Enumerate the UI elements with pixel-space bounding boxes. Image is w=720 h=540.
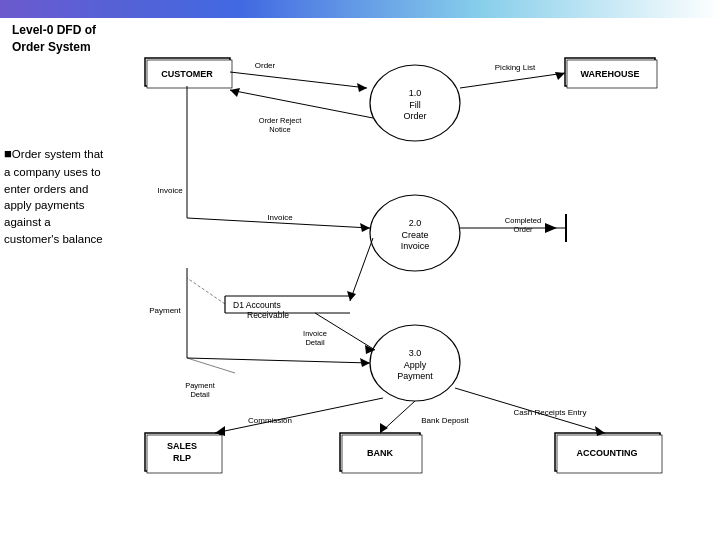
svg-line-42 xyxy=(187,278,225,304)
svg-line-18 xyxy=(460,73,565,88)
p2-id: 2.0 xyxy=(409,218,422,228)
p1-id: 1.0 xyxy=(409,88,422,98)
svg-marker-39 xyxy=(380,423,388,433)
flow-order: Order xyxy=(255,61,276,70)
p1-label1: Fill xyxy=(409,100,421,110)
flow-cash-receipts: Cash Receipts Entry xyxy=(514,408,587,417)
svg-marker-24 xyxy=(360,223,370,232)
title-line2: Order System xyxy=(12,40,91,54)
bullet: ■ xyxy=(4,146,12,161)
customer-label: CUSTOMER xyxy=(161,69,213,79)
p3-id: 3.0 xyxy=(409,348,422,358)
sales-rlp-label: SALES xyxy=(167,441,197,451)
svg-marker-31 xyxy=(360,358,370,367)
flow-reject: Order Reject xyxy=(259,116,302,125)
p2-label2: Invoice xyxy=(401,241,430,251)
flow-invoice-mid: Invoice xyxy=(267,213,293,222)
flow-completed: Completed xyxy=(505,216,541,225)
svg-line-25 xyxy=(350,238,373,301)
flow-invoice-detail2: Detail xyxy=(305,338,325,347)
svg-marker-17 xyxy=(357,83,367,92)
svg-rect-34 xyxy=(565,214,567,242)
flow-payment-detail: Payment xyxy=(185,381,216,390)
description-text: Order system that a company uses to ente… xyxy=(4,148,103,245)
svg-line-30 xyxy=(187,358,370,363)
flow-commission: Commission xyxy=(248,416,292,425)
dfd-diagram: CUSTOMER WAREHOUSE SALES RLP BANK ACCOUN… xyxy=(115,18,710,528)
p3-label2: Payment xyxy=(397,371,433,381)
flow-picking: Picking List xyxy=(495,63,536,72)
d1-label: D1 Accounts xyxy=(233,300,281,310)
bank-label: BANK xyxy=(367,448,393,458)
warehouse-label: WAREHOUSE xyxy=(580,69,639,79)
p1-label2: Order xyxy=(403,111,426,121)
svg-marker-19 xyxy=(555,72,565,80)
flow-invoice-top: Invoice xyxy=(157,186,183,195)
flow-bank-deposit: Bank Deposit xyxy=(421,416,469,425)
svg-line-36 xyxy=(215,398,383,433)
p2-label1: Create xyxy=(401,230,428,240)
svg-line-20 xyxy=(230,90,373,118)
svg-line-35 xyxy=(187,358,235,373)
title-line1: Level-0 DFD of xyxy=(12,23,96,37)
title-block: Level-0 DFD of Order System xyxy=(12,22,96,56)
d1-label2: Receivable xyxy=(247,310,289,320)
sales-rlp-label2: RLP xyxy=(173,453,191,463)
flow-payment: Payment xyxy=(149,306,181,315)
flow-reject2: Notice xyxy=(269,125,290,134)
description-block: ■Order system that a company uses to ent… xyxy=(4,145,104,247)
svg-marker-33 xyxy=(545,223,557,233)
p3-label1: Apply xyxy=(404,360,427,370)
header-bar xyxy=(0,0,720,18)
flow-invoice-detail: Invoice xyxy=(303,329,327,338)
svg-line-16 xyxy=(230,72,367,88)
svg-marker-21 xyxy=(230,88,240,97)
flow-completed2: Order xyxy=(513,225,533,234)
flow-payment-detail2: Detail xyxy=(190,390,210,399)
accounting-label: ACCOUNTING xyxy=(577,448,638,458)
